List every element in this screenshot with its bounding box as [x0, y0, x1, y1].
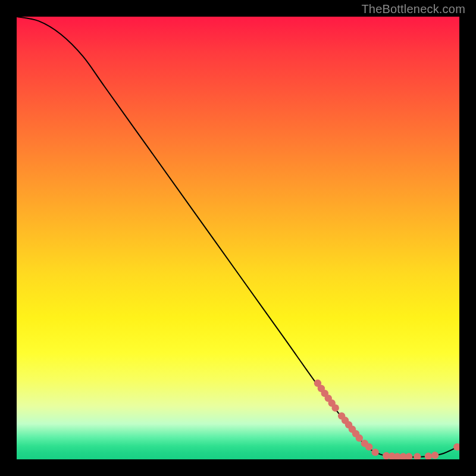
bottleneck-curve: [17, 17, 459, 457]
data-marker: [425, 453, 432, 459]
chart-svg: [17, 17, 459, 459]
data-marker: [371, 449, 378, 456]
data-marker: [414, 453, 421, 459]
data-markers: [314, 380, 459, 459]
data-marker: [431, 452, 439, 459]
data-marker: [453, 443, 459, 450]
data-marker: [365, 443, 372, 450]
data-marker: [405, 453, 412, 459]
attribution-text: TheBottleneck.com: [361, 2, 465, 16]
data-marker: [331, 404, 339, 411]
plot-area: [17, 17, 459, 459]
data-marker: [356, 434, 363, 441]
